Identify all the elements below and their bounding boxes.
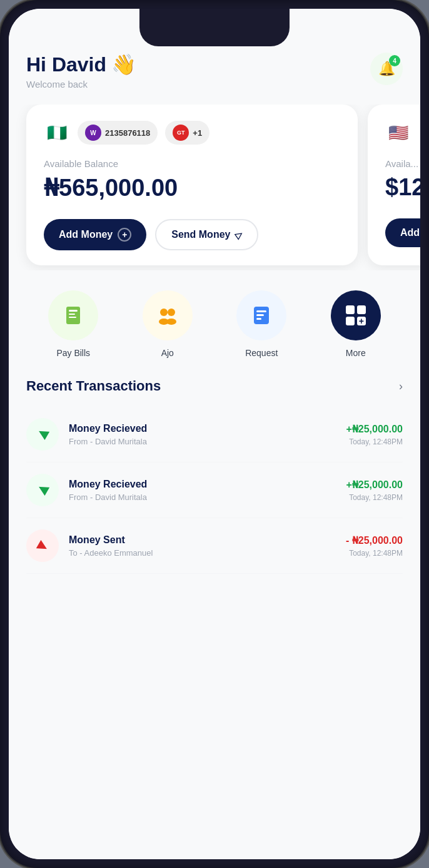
greeting-title: Hi David 👋 (26, 53, 136, 76)
extra-count: +1 (193, 128, 202, 138)
usd-card-top: 🇺🇸 (385, 120, 420, 146)
usd-balance-label: Availa... (385, 158, 420, 169)
wema-bank-badge[interactable]: W 2135876118 (78, 121, 158, 145)
notification-button[interactable]: 🔔 4 (370, 53, 403, 85)
ngn-balance-label: Available Balance (44, 158, 340, 169)
more-dot-1 (346, 305, 355, 314)
transaction-item: ▶ Money Recieved From - David Muritala +… (26, 407, 403, 462)
action-request[interactable]: Request (236, 290, 286, 358)
action-pay-bills[interactable]: Pay Bills (48, 290, 98, 358)
svg-rect-1 (69, 310, 78, 312)
add-money-label: Add Money (59, 229, 113, 240)
greeting-section: Hi David 👋 Welcome back (26, 53, 136, 89)
svg-rect-2 (69, 314, 75, 315)
transactions-header: Recent Transactions › (26, 378, 403, 394)
usd-add-label: Add (400, 227, 420, 238)
more-dot-2 (357, 305, 366, 314)
more-grid-icon: + (346, 305, 366, 325)
transaction-title: Money Recieved (69, 479, 336, 490)
header: Hi David 👋 Welcome back 🔔 4 (26, 53, 403, 89)
quick-actions: Pay Bills Ajo (26, 290, 403, 358)
ngn-card-actions: Add Money + Send Money ▷ (44, 219, 340, 250)
svg-rect-11 (256, 314, 264, 316)
pay-bills-label: Pay Bills (56, 348, 90, 358)
transaction-details: Money Recieved From - David Muritala (69, 479, 336, 502)
transaction-subtitle: To - Adeeko Emmanuel (69, 548, 336, 558)
transaction-amount: - ₦25,000.00 (346, 534, 403, 546)
request-icon (250, 304, 273, 327)
greeting-subtitle: Welcome back (26, 79, 136, 89)
transaction-icon-sent: ▶ (26, 529, 59, 562)
transaction-amount-section: +₦25,000.00 Today, 12:48PM (346, 479, 403, 502)
transaction-title: Money Sent (69, 534, 336, 546)
usd-balance-amount: $12 (385, 174, 420, 201)
transaction-subtitle: From - David Muritala (69, 437, 336, 446)
account-number: 2135876118 (105, 128, 150, 138)
transaction-list: ▶ Money Recieved From - David Muritala +… (26, 407, 403, 574)
usa-flag: 🇺🇸 (385, 120, 411, 146)
phone-frame: Hi David 👋 Welcome back 🔔 4 🇳🇬 (0, 0, 429, 868)
add-money-button[interactable]: Add Money + (44, 219, 146, 250)
gt-logo: GT (173, 125, 189, 141)
ngn-balance-amount: ₦565,000.00 (44, 174, 340, 202)
more-plus-sign: + (359, 317, 364, 325)
transaction-details: Money Recieved From - David Muritala (69, 423, 336, 446)
transaction-subtitle: From - David Muritala (69, 493, 336, 502)
transaction-item: ▶ Money Recieved From - David Muritala +… (26, 462, 403, 518)
svg-point-5 (160, 309, 168, 316)
transaction-amount: +₦25,000.00 (346, 423, 403, 435)
transaction-time: Today, 12:48PM (346, 549, 403, 558)
action-ajo[interactable]: Ajo (143, 290, 193, 358)
more-icon-wrap: + (331, 290, 381, 340)
wema-logo: W (85, 125, 101, 141)
transaction-time: Today, 12:48PM (346, 437, 403, 446)
more-dot-3 (346, 317, 355, 325)
transaction-details: Money Sent To - Adeeko Emmanuel (69, 534, 336, 558)
more-label: More (346, 348, 366, 358)
notch (139, 9, 290, 46)
transaction-time: Today, 12:48PM (346, 493, 403, 502)
transaction-item: ▶ Money Sent To - Adeeko Emmanuel - ₦25,… (26, 518, 403, 574)
cards-container: 🇳🇬 W 2135876118 GT +1 Available Balance … (9, 105, 420, 270)
ajo-label: Ajo (161, 348, 174, 358)
phone-screen: Hi David 👋 Welcome back 🔔 4 🇳🇬 (9, 9, 420, 859)
usd-balance-card: 🇺🇸 Availa... $12 Add (368, 105, 420, 265)
svg-point-6 (168, 309, 175, 316)
action-more[interactable]: + More (331, 290, 381, 358)
transaction-icon-received: ▶ (26, 474, 59, 506)
nigeria-flag: 🇳🇬 (44, 120, 70, 146)
plus-circle-icon: + (118, 228, 131, 242)
svg-rect-3 (69, 317, 76, 318)
send-money-button[interactable]: Send Money ▷ (155, 219, 258, 250)
transactions-title: Recent Transactions (26, 378, 161, 394)
card-top: 🇳🇬 W 2135876118 GT +1 (44, 120, 340, 146)
send-arrow-icon: ▷ (233, 228, 245, 240)
transaction-icon-received: ▶ (26, 418, 59, 451)
request-label: Request (245, 348, 278, 358)
transaction-title: Money Recieved (69, 423, 336, 434)
ajo-icon (156, 304, 179, 327)
ajo-icon-wrap (143, 290, 193, 340)
pay-bills-icon-wrap (48, 290, 98, 340)
transaction-amount-section: - ₦25,000.00 Today, 12:48PM (346, 534, 403, 558)
see-all-button[interactable]: › (399, 380, 403, 393)
notification-badge: 4 (389, 55, 400, 66)
svg-rect-0 (66, 307, 80, 324)
ngn-balance-card: 🇳🇬 W 2135876118 GT +1 Available Balance … (26, 105, 358, 265)
greeting-emoji: 👋 (111, 53, 136, 76)
screen-content: Hi David 👋 Welcome back 🔔 4 🇳🇬 (9, 9, 420, 859)
svg-rect-10 (256, 310, 266, 312)
svg-rect-12 (256, 318, 261, 320)
greeting-text: Hi David (26, 53, 106, 76)
request-icon-wrap (236, 290, 286, 340)
transaction-amount-section: +₦25,000.00 Today, 12:48PM (346, 423, 403, 446)
pay-bills-icon (62, 304, 84, 327)
send-money-label: Send Money (171, 229, 230, 240)
transaction-amount: +₦25,000.00 (346, 479, 403, 491)
usd-add-money-button[interactable]: Add (385, 218, 420, 247)
svg-point-8 (166, 319, 176, 325)
gt-bank-badge[interactable]: GT +1 (165, 121, 209, 145)
